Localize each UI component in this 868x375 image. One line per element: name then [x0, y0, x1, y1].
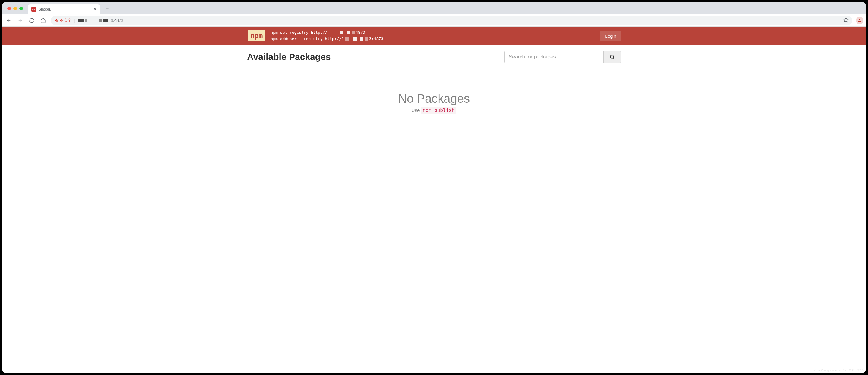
forward-button[interactable] — [16, 17, 24, 24]
insecure-badge: 不安全 — [54, 18, 71, 23]
npm-logo[interactable]: npm — [247, 30, 266, 42]
arrow-left-icon — [6, 18, 11, 23]
window-controls — [5, 7, 25, 10]
content-header: Available Packages — [247, 51, 621, 68]
search-button[interactable] — [604, 51, 621, 63]
empty-state-heading: No Packages — [247, 92, 621, 105]
login-button[interactable]: Login — [600, 31, 621, 41]
url-separator: | — [74, 18, 75, 23]
page-title: Available Packages — [247, 52, 331, 62]
watermark: https://blog.csdn.net/qq_28093319 — [813, 368, 864, 372]
insecure-label: 不安全 — [60, 18, 71, 23]
close-window-button[interactable] — [7, 7, 11, 10]
reload-icon — [29, 18, 34, 23]
browser-tab[interactable]: npm Sinopia × — [28, 4, 100, 14]
empty-state-subtitle: Use npm publish — [247, 107, 621, 113]
tab-title: Sinopia — [39, 7, 91, 11]
empty-subtext-prefix: Use — [412, 107, 421, 113]
home-icon — [40, 18, 46, 23]
svg-line-3 — [613, 58, 614, 59]
avatar-icon — [857, 18, 862, 23]
svg-point-1 — [859, 19, 860, 20]
reload-button[interactable] — [28, 17, 36, 24]
tab-favicon-icon: npm — [31, 7, 36, 12]
url-visible-text: 3:4873 — [111, 18, 124, 23]
search-group — [504, 51, 621, 63]
new-tab-button[interactable]: + — [102, 5, 112, 12]
npm-publish-code: npm publish — [421, 107, 456, 114]
search-icon — [610, 55, 615, 59]
search-input[interactable] — [504, 51, 604, 63]
command-line-1: npm set registry http:// 4873 — [271, 30, 595, 36]
home-button[interactable] — [39, 17, 47, 24]
site-header: npm npm set registry http:// 4873 npm ad… — [2, 27, 866, 45]
main-content: Available Packages No Packages Use npm p… — [241, 45, 627, 119]
tab-bar: npm Sinopia × + — [2, 2, 866, 14]
warning-icon — [54, 19, 59, 23]
tab-close-icon[interactable]: × — [94, 7, 96, 12]
npm-logo-text: npm — [250, 32, 262, 40]
browser-window: npm Sinopia × + 不安全 | — [2, 2, 866, 373]
url-censored-area — [78, 19, 108, 22]
maximize-window-button[interactable] — [19, 7, 23, 10]
command-line-2: npm adduser --registry http://1 3:4873 — [271, 36, 595, 42]
browser-toolbar: 不安全 | 3:4873 — [2, 14, 866, 27]
arrow-right-icon — [18, 18, 23, 23]
bookmark-star-icon[interactable] — [843, 17, 849, 24]
page-content: npm npm set registry http:// 4873 npm ad… — [2, 27, 866, 373]
minimize-window-button[interactable] — [13, 7, 17, 10]
svg-marker-0 — [844, 18, 848, 22]
address-bar[interactable]: 不安全 | 3:4873 — [51, 16, 852, 25]
back-button[interactable] — [5, 17, 13, 24]
registry-commands: npm set registry http:// 4873 npm adduse… — [271, 30, 595, 42]
profile-avatar[interactable] — [856, 17, 863, 24]
svg-point-2 — [611, 55, 614, 59]
empty-state: No Packages Use npm publish — [247, 92, 621, 113]
